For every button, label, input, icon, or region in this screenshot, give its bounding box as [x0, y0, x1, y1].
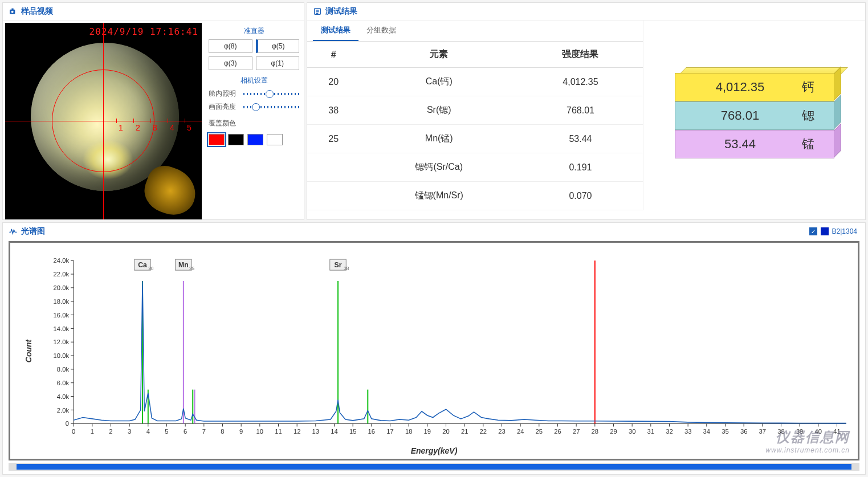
svg-text:20: 20	[442, 428, 449, 435]
svg-text:25: 25	[189, 266, 194, 271]
brightness-slider[interactable]	[243, 106, 299, 108]
svg-text:17: 17	[386, 428, 393, 435]
svg-text:2: 2	[109, 428, 112, 435]
svg-text:4: 4	[146, 428, 150, 435]
legend-color-swatch	[821, 227, 829, 235]
svg-text:14.0k: 14.0k	[54, 325, 70, 332]
svg-text:Sr: Sr	[335, 261, 342, 269]
svg-text:35: 35	[722, 428, 728, 435]
table-header: 元素	[360, 42, 518, 68]
svg-text:0: 0	[72, 428, 75, 435]
table-row: 38Sr(锶)768.01	[307, 96, 643, 125]
sample-video-viewport[interactable]: 2024/9/19 17:16:41 12345	[5, 23, 202, 219]
tab-group-data[interactable]: 分组数据	[358, 21, 404, 41]
test-results-title: 测试结果	[325, 6, 357, 17]
svg-text:14: 14	[331, 428, 338, 435]
svg-text:1: 1	[91, 428, 94, 435]
svg-text:3: 3	[128, 428, 131, 435]
legend-checkbox[interactable]: ✓	[809, 227, 817, 235]
ruler-mark: 2	[136, 123, 140, 132]
svg-text:10.0k: 10.0k	[54, 352, 70, 359]
svg-text:8.0k: 8.0k	[57, 366, 69, 373]
svg-text:13: 13	[312, 428, 319, 435]
camera-icon	[9, 7, 18, 16]
list-icon	[313, 7, 322, 16]
spectrum-legend[interactable]: ✓ B2|1304	[809, 227, 866, 235]
svg-text:40: 40	[815, 428, 822, 435]
svg-text:32: 32	[666, 428, 673, 435]
waveform-icon	[9, 227, 18, 236]
overlay-color-swatch[interactable]	[209, 134, 225, 145]
overlay-color-swatch[interactable]	[228, 134, 244, 145]
tab-results[interactable]: 测试结果	[313, 21, 358, 41]
svg-text:38: 38	[344, 266, 349, 271]
svg-text:28: 28	[592, 428, 598, 435]
ruler-mark: 1	[119, 123, 123, 132]
results-table: #元素强度结果 20Ca(钙)4,012.3538Sr(锶)768.0125Mn…	[307, 42, 643, 210]
svg-text:22.0k: 22.0k	[54, 271, 70, 278]
svg-text:18: 18	[405, 428, 412, 435]
collimator-button[interactable]: φ(1)	[256, 56, 300, 70]
svg-text:27: 27	[573, 428, 580, 435]
video-controls: 准直器 φ(8)φ(5)φ(3)φ(1) 相机设置 舱内照明 画面亮度 覆盖颜色	[204, 21, 304, 222]
chart-xlabel: Energy(keV)	[411, 446, 458, 455]
interior-light-label: 舱内照明	[209, 89, 240, 99]
spectrum-scrollbar[interactable]	[9, 463, 859, 471]
table-row: 20Ca(钙)4,012.35	[307, 68, 643, 96]
table-row: 25Mn(锰)53.44	[307, 125, 643, 153]
svg-text:23: 23	[498, 428, 505, 435]
svg-text:38: 38	[777, 428, 784, 435]
svg-text:11: 11	[275, 428, 282, 435]
svg-text:37: 37	[759, 428, 766, 435]
spectrum-chart[interactable]: Count Energy(keV) 02.0k4.0k6.0k8.0k10.0k…	[9, 241, 859, 460]
svg-text:16: 16	[368, 428, 375, 435]
svg-text:18.0k: 18.0k	[54, 298, 70, 305]
spectrum-title: 光谱图	[21, 226, 45, 237]
svg-text:21: 21	[461, 428, 468, 435]
summary-row: 4,012.35钙	[675, 73, 834, 101]
svg-text:6.0k: 6.0k	[57, 380, 69, 386]
camera-settings-title: 相机设置	[209, 76, 299, 85]
sample-video-title: 样品视频	[21, 6, 53, 17]
collimator-title: 准直器	[209, 26, 299, 36]
chart-ylabel: Count	[24, 339, 33, 362]
collimator-button[interactable]: φ(3)	[209, 56, 252, 70]
svg-text:8: 8	[221, 428, 224, 435]
ruler-mark: 4	[170, 123, 174, 132]
collimator-button[interactable]: φ(8)	[209, 39, 252, 53]
table-row: 锰锶(Mn/Sr)0.070	[307, 182, 643, 210]
summary-3d-block: 4,012.35钙768.01锶53.44锰	[675, 73, 834, 158]
svg-text:20.0k: 20.0k	[54, 284, 70, 291]
svg-text:33: 33	[684, 428, 691, 435]
ruler-mark: 5	[187, 123, 191, 132]
svg-text:0: 0	[66, 420, 69, 427]
svg-text:Mn: Mn	[178, 261, 189, 269]
table-header: #	[307, 42, 360, 68]
overlay-color-swatch[interactable]	[267, 134, 283, 145]
svg-text:19: 19	[424, 428, 431, 435]
svg-text:10: 10	[256, 428, 263, 435]
svg-text:9: 9	[239, 428, 243, 435]
ruler-mark: 3	[153, 123, 157, 132]
overlay-color-swatch[interactable]	[247, 134, 263, 145]
table-header: 强度结果	[518, 42, 643, 68]
svg-text:5: 5	[165, 428, 168, 435]
svg-text:31: 31	[647, 428, 654, 435]
svg-text:2.0k: 2.0k	[57, 406, 69, 413]
test-results-panel: 测试结果 测试结果 分组数据 #元素强度结果 20Ca(钙)4,012.3538…	[307, 2, 866, 220]
video-timestamp: 2024/9/19 17:16:41	[89, 26, 198, 37]
reticle-circle	[52, 70, 154, 172]
svg-text:30: 30	[629, 428, 635, 435]
svg-text:4.0k: 4.0k	[57, 393, 69, 400]
svg-text:41: 41	[833, 428, 840, 435]
svg-point-1	[11, 11, 14, 13]
svg-text:16.0k: 16.0k	[54, 312, 70, 319]
svg-text:34: 34	[703, 428, 711, 435]
svg-text:12: 12	[294, 428, 300, 435]
collimator-button[interactable]: φ(5)	[256, 39, 300, 53]
interior-light-slider[interactable]	[243, 93, 299, 95]
svg-text:24: 24	[517, 428, 524, 435]
svg-text:26: 26	[554, 428, 561, 435]
table-row: 锶钙(Sr/Ca)0.191	[307, 153, 643, 182]
spectrum-panel: 光谱图 ✓ B2|1304 Count Energy(keV) 02.0k4.0…	[2, 222, 866, 475]
